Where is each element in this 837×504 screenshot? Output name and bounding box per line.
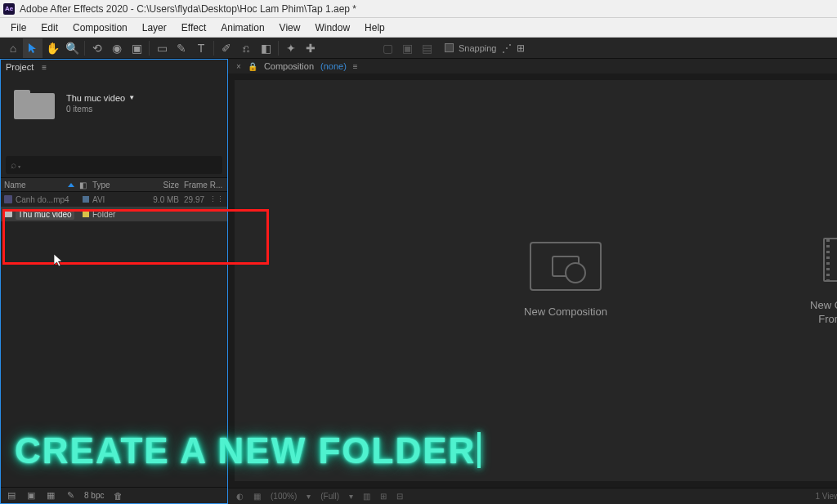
col-tag-icon[interactable]: ◧ — [79, 181, 87, 190]
project-panel-title: Project — [6, 62, 34, 72]
col-name[interactable]: Name — [4, 181, 26, 190]
new-composition-button[interactable]: New Composition — [480, 242, 651, 319]
project-panel-footer: ▤ ▣ ▦ ✎ 8 bpc 🗑 — [1, 487, 227, 503]
zoom-dropdown-icon[interactable]: ▾ — [307, 492, 311, 501]
asset-framerate: 29.97 — [184, 195, 204, 204]
camera-tool-icon[interactable]: ▣ — [127, 38, 146, 58]
preview-item-count: 0 items — [66, 105, 135, 114]
snapping-grid-icon[interactable]: ⊞ — [517, 42, 525, 54]
menu-file[interactable]: File — [3, 20, 34, 36]
menu-composition[interactable]: Composition — [65, 20, 135, 36]
snapping-toggle[interactable]: Snapping ⋰ ⊞ — [445, 42, 525, 54]
tool-bar: ⌂ ✋ 🔍 ⟲ ◉ ▣ ▭ ✎ T ✐ ⎌ ◧ ✦ ✚ ▢ ▣ ▤ Snappi… — [0, 38, 837, 59]
resolution-dropdown[interactable]: (Full) — [320, 492, 339, 501]
col-size[interactable]: Size — [141, 181, 179, 190]
project-item-preview: Thu muc video ▼ 0 items — [1, 74, 227, 132]
footer-icon[interactable]: ⊞ — [380, 492, 387, 501]
video-file-icon — [4, 195, 12, 203]
zoom-tool-icon[interactable]: 🔍 — [62, 38, 82, 58]
toggle-mask-icon[interactable]: ▦ — [253, 492, 261, 501]
new-folder-icon[interactable]: ▣ — [25, 490, 37, 502]
footer-icon[interactable]: ⊟ — [396, 492, 403, 501]
text-tool-icon[interactable]: T — [191, 38, 211, 58]
sort-ascending-icon[interactable] — [68, 183, 74, 187]
close-tab-icon[interactable]: × — [236, 62, 241, 71]
zoom-value[interactable]: (100%) — [271, 492, 297, 501]
folder-thumbnail-icon — [14, 87, 55, 119]
interpret-footage-icon[interactable]: ▤ — [6, 490, 17, 502]
snapping-opts-icon[interactable]: ⋰ — [502, 42, 512, 54]
rotate-tool-icon[interactable]: ◉ — [107, 38, 127, 58]
toggle-alpha-icon[interactable]: ◐ — [236, 492, 244, 501]
asset-row[interactable]: Thu muc video Folder — [1, 207, 227, 221]
extra-tool-1-icon[interactable]: ▢ — [378, 38, 397, 58]
search-field[interactable] — [27, 160, 217, 170]
home-icon[interactable]: ⌂ — [3, 38, 23, 58]
dropdown-triangle-icon[interactable]: ▼ — [128, 94, 135, 101]
puppet-tool-icon[interactable]: ✚ — [301, 38, 320, 58]
extra-tool-3-icon[interactable]: ▤ — [417, 38, 436, 58]
framerate-indicator-icon: ⋮⋮ — [209, 195, 224, 203]
extra-tool-2-icon[interactable]: ▣ — [397, 38, 417, 58]
brush-tool-icon[interactable]: ✐ — [217, 38, 236, 58]
hand-tool-icon[interactable]: ✋ — [43, 38, 62, 58]
new-comp-from-footage-button[interactable]: New Composition From Footage — [766, 235, 837, 327]
separator — [213, 41, 214, 56]
panel-menu-icon[interactable]: ≡ — [42, 63, 47, 72]
new-comp-icon[interactable]: ▦ — [45, 490, 56, 502]
res-dropdown-icon[interactable]: ▾ — [349, 492, 353, 501]
tag-swatch[interactable] — [83, 211, 89, 217]
new-composition-icon — [530, 242, 602, 291]
caret-icon — [477, 432, 481, 468]
project-columns-header[interactable]: Name ◧ Type Size Frame R... — [1, 177, 227, 192]
clone-tool-icon[interactable]: ⎌ — [236, 38, 256, 58]
menu-view[interactable]: View — [272, 20, 308, 36]
tag-swatch[interactable] — [83, 196, 89, 203]
col-type[interactable]: Type — [92, 181, 141, 190]
view-count[interactable]: 1 View — [815, 492, 837, 501]
preview-item-name: Thu muc video — [66, 93, 125, 103]
new-composition-label: New Composition — [524, 306, 607, 319]
composition-tab-label: Composition — [264, 61, 314, 71]
asset-name: Thu muc video — [16, 209, 74, 220]
asset-type: AVI — [92, 195, 141, 204]
asset-name: Canh do...mp4 — [16, 195, 69, 204]
footer-icon[interactable]: ▥ — [363, 492, 370, 501]
window-title: Adobe After Effects 2020 - C:\Users\flyd… — [20, 3, 356, 15]
roto-tool-icon[interactable]: ✦ — [281, 38, 301, 58]
menu-animation[interactable]: Animation — [213, 20, 271, 36]
asset-type: Folder — [92, 210, 141, 219]
snapping-label: Snapping — [459, 43, 497, 53]
asset-size: 9.0 MB — [141, 195, 179, 204]
menu-effect[interactable]: Effect — [174, 20, 213, 36]
menu-window[interactable]: Window — [307, 20, 357, 36]
selection-tool-icon[interactable] — [23, 38, 43, 58]
delete-icon[interactable]: 🗑 — [112, 490, 123, 502]
new-comp-from-footage-label: New Composition From Footage — [810, 299, 837, 327]
composition-panel-tab[interactable]: × 🔒 Composition (none) ≡ — [228, 59, 837, 74]
overlay-caption-text: CREATE A NEW FOLDER — [15, 430, 476, 471]
color-depth-badge[interactable]: 8 bpc — [84, 491, 104, 500]
snapping-checkbox[interactable] — [445, 43, 454, 52]
rect-tool-icon[interactable]: ▭ — [152, 38, 172, 58]
menu-layer[interactable]: Layer — [135, 20, 174, 36]
menu-edit[interactable]: Edit — [34, 20, 65, 36]
orbit-tool-icon[interactable]: ⟲ — [87, 38, 107, 58]
separator — [84, 41, 85, 56]
asset-row[interactable]: Canh do...mp4 AVI 9.0 MB 29.97 ⋮⋮ — [1, 192, 227, 207]
eraser-tool-icon[interactable]: ◧ — [256, 38, 275, 58]
separator — [149, 41, 150, 56]
panel-menu-icon[interactable]: ≡ — [353, 62, 358, 71]
project-settings-icon[interactable]: ✎ — [65, 490, 76, 502]
lock-icon[interactable]: 🔒 — [248, 62, 257, 71]
project-search-input[interactable]: ⌕▾ — [6, 156, 222, 174]
new-comp-from-footage-icon — [816, 235, 837, 284]
project-panel-tab[interactable]: Project ≡ — [1, 60, 227, 74]
pen-tool-icon[interactable]: ✎ — [172, 38, 191, 58]
menu-bar: File Edit Composition Layer Effect Anima… — [0, 18, 837, 38]
col-framerate[interactable]: Frame R... — [179, 181, 224, 190]
viewer-footer: ◐ ▦ (100%) ▾ (Full) ▾ ▥ ⊞ ⊟ 1 View ▾ ▦ ⊕… — [228, 488, 837, 504]
menu-help[interactable]: Help — [357, 20, 392, 36]
composition-current-name: (none) — [320, 61, 347, 71]
composition-viewer: New Composition New Composition From Foo… — [235, 80, 837, 481]
